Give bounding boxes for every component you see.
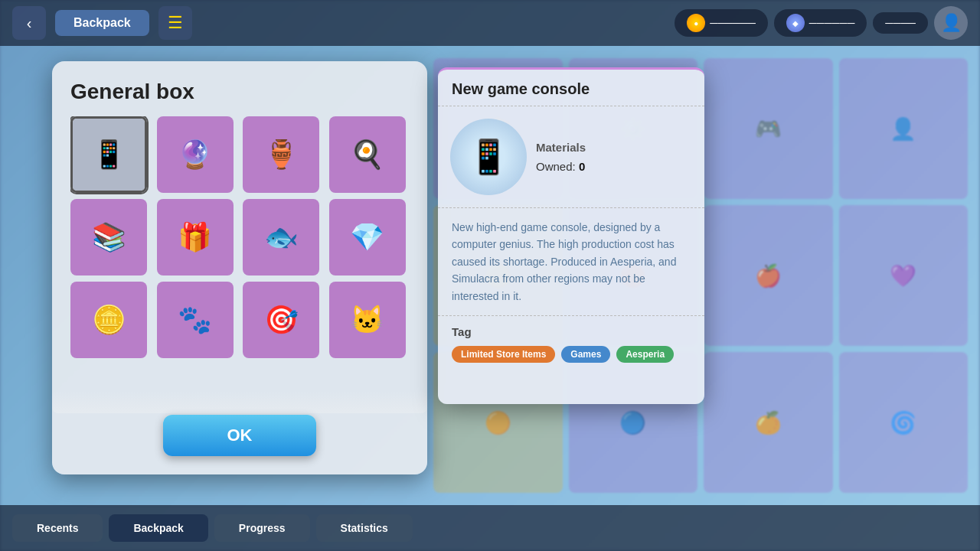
gem-amount: ────── (809, 17, 855, 29)
item-cell[interactable]: 🔮 (157, 116, 234, 193)
general-box-panel: General box 📱 🔮 🏺 🍳 📚 🎁 🐟 💎 🪙 🐾 🎯 🐱 OK (52, 61, 427, 474)
item-cell[interactable]: 🎯 (243, 282, 319, 358)
top-bar-right: ● ────── ◆ ────── ──── 👤 (675, 6, 968, 40)
gold-amount: ────── (710, 17, 756, 29)
tags-row: Limited Store Items Games Aesperia (452, 346, 691, 363)
tag-limited-store[interactable]: Limited Store Items (452, 346, 555, 363)
detail-meta: Materials Owned: 0 (536, 119, 586, 195)
currency-box-gem: ◆ ────── (774, 9, 867, 37)
item-cell[interactable]: 📚 (70, 199, 147, 276)
scroll-fade (52, 390, 427, 413)
back-button[interactable]: ‹ (12, 6, 46, 40)
bottom-btn-backpack[interactable]: Backpack (109, 514, 207, 542)
avatar[interactable]: 👤 (934, 6, 968, 40)
bg-item: 💜 (839, 205, 969, 346)
menu-icon[interactable]: ☰ (158, 6, 192, 40)
bottom-btn-recents[interactable]: Recents (12, 514, 103, 542)
detail-panel: New game console 📱 Materials Owned: 0 Ne… (438, 67, 704, 404)
materials-label: Materials (536, 141, 586, 154)
item-cell-selected[interactable]: 📱 (70, 116, 147, 193)
bg-item: 🌀 (839, 352, 969, 493)
gold-icon: ● (687, 14, 705, 32)
top-bar-title: Backpack (55, 10, 149, 36)
currency-box-other: ──── (873, 12, 928, 34)
tag-section-label: Tag (452, 325, 691, 338)
item-cell[interactable]: 🎁 (157, 199, 234, 276)
ok-button[interactable]: OK (163, 415, 316, 456)
item-bg: 📱 (73, 119, 145, 191)
item-cell[interactable]: 🏺 (243, 116, 319, 193)
tag-games[interactable]: Games (561, 346, 610, 363)
item-cell[interactable]: 🐱 (329, 282, 406, 358)
item-image: 📱 (450, 119, 527, 195)
top-bar: ‹ Backpack ☰ ● ────── ◆ ────── ──── 👤 (0, 0, 980, 46)
detail-title: New game console (452, 80, 691, 98)
detail-description: New high-end game console, designed by a… (438, 208, 704, 316)
detail-header: New game console (438, 70, 704, 106)
bottom-btn-statistics[interactable]: Statistics (316, 514, 413, 542)
currency-box-gold: ● ────── (675, 9, 768, 37)
owned-label: Owned: 0 (536, 160, 586, 173)
gem-icon: ◆ (786, 14, 805, 32)
item-cell[interactable]: 🐾 (157, 282, 234, 358)
item-cell[interactable]: 🐟 (243, 199, 319, 276)
bg-item: 🍊 (704, 352, 833, 493)
item-image-emoji: 📱 (468, 137, 510, 177)
detail-body: 📱 Materials Owned: 0 (438, 106, 704, 208)
bottom-btn-progress[interactable]: Progress (214, 514, 310, 542)
tag-aesperia[interactable]: Aesperia (616, 346, 674, 363)
item-cell[interactable]: 🪙 (70, 282, 147, 358)
bottom-bar: Recents Backpack Progress Statistics (0, 505, 980, 551)
owned-count: 0 (579, 160, 585, 173)
items-grid: 📱 🔮 🏺 🍳 📚 🎁 🐟 💎 🪙 🐾 🎯 🐱 (70, 116, 409, 358)
panel-title: General box (70, 80, 409, 104)
item-cell[interactable]: 🍳 (329, 116, 406, 193)
item-cell[interactable]: 💎 (329, 199, 406, 276)
other-amount: ──── (885, 17, 916, 29)
bg-item: 👤 (839, 58, 969, 199)
bg-item: 🎮 (704, 58, 833, 199)
bg-item: 🍎 (704, 205, 833, 346)
detail-tags-section: Tag Limited Store Items Games Aesperia (438, 316, 704, 372)
